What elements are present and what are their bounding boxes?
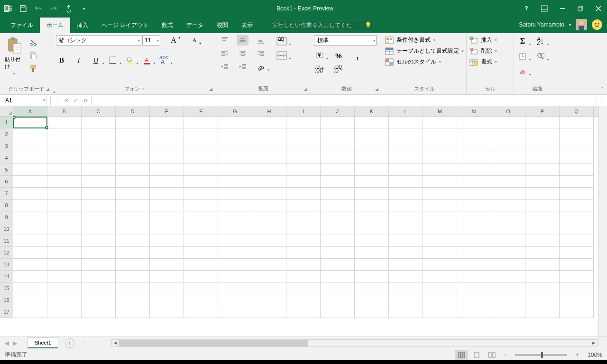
cell[interactable] bbox=[218, 128, 252, 140]
cell[interactable] bbox=[252, 271, 286, 282]
cell[interactable] bbox=[389, 176, 423, 188]
cell[interactable] bbox=[525, 200, 560, 211]
cell[interactable] bbox=[560, 271, 594, 282]
cell[interactable] bbox=[321, 282, 355, 294]
format-cells-button[interactable]: 書式▾ bbox=[469, 58, 497, 66]
cell[interactable] bbox=[355, 200, 389, 211]
row-header[interactable]: 8 bbox=[0, 200, 13, 211]
cell[interactable] bbox=[491, 223, 525, 235]
cell[interactable] bbox=[286, 176, 321, 188]
cell[interactable] bbox=[560, 200, 594, 211]
touch-mode-icon[interactable] bbox=[64, 4, 73, 13]
cell[interactable] bbox=[13, 200, 47, 211]
cell[interactable] bbox=[218, 306, 252, 318]
cell[interactable] bbox=[321, 247, 355, 259]
cell[interactable] bbox=[184, 152, 218, 164]
cell[interactable] bbox=[457, 211, 491, 223]
cell[interactable] bbox=[423, 271, 457, 282]
enter-formula-icon[interactable]: ✓ bbox=[74, 97, 78, 104]
cell[interactable] bbox=[560, 188, 594, 200]
cell[interactable] bbox=[457, 271, 491, 282]
autosum-icon[interactable]: Σ bbox=[517, 36, 528, 46]
cell[interactable] bbox=[218, 176, 252, 188]
cell[interactable] bbox=[150, 211, 184, 223]
cell[interactable] bbox=[82, 164, 116, 176]
cell[interactable] bbox=[13, 117, 47, 128]
cell[interactable] bbox=[286, 188, 321, 200]
conditional-formatting-button[interactable]: 条件付き書式▾ bbox=[385, 36, 464, 44]
tab-file[interactable]: ファイル bbox=[4, 18, 40, 33]
cell[interactable] bbox=[47, 164, 82, 176]
font-color-icon[interactable]: A bbox=[141, 55, 153, 65]
cell[interactable] bbox=[47, 117, 82, 128]
cell[interactable] bbox=[491, 247, 525, 259]
cell[interactable] bbox=[389, 247, 423, 259]
underline-icon[interactable]: U bbox=[90, 55, 101, 65]
cell[interactable] bbox=[150, 117, 184, 128]
cell[interactable] bbox=[355, 211, 389, 223]
find-select-icon[interactable] bbox=[535, 51, 546, 62]
cell[interactable] bbox=[355, 152, 389, 164]
cell[interactable] bbox=[150, 223, 184, 235]
cell[interactable] bbox=[13, 140, 47, 152]
cell[interactable] bbox=[560, 247, 594, 259]
cell[interactable] bbox=[116, 282, 150, 294]
cell[interactable] bbox=[150, 176, 184, 188]
cell[interactable] bbox=[116, 247, 150, 259]
cell[interactable] bbox=[355, 306, 389, 318]
cell[interactable] bbox=[525, 306, 560, 318]
cell[interactable] bbox=[252, 140, 286, 152]
cell[interactable] bbox=[150, 188, 184, 200]
cell[interactable] bbox=[321, 259, 355, 271]
cell[interactable] bbox=[47, 188, 82, 200]
cell[interactable] bbox=[525, 152, 560, 164]
user-dropdown-icon[interactable]: ▾ bbox=[569, 23, 571, 27]
row-header[interactable]: 13 bbox=[0, 259, 13, 271]
align-right-icon[interactable] bbox=[255, 48, 267, 59]
cell[interactable] bbox=[184, 259, 218, 271]
cell[interactable] bbox=[13, 176, 47, 188]
cell[interactable] bbox=[13, 306, 47, 318]
row-header[interactable]: 2 bbox=[0, 128, 13, 140]
cell[interactable] bbox=[184, 282, 218, 294]
column-header[interactable]: P bbox=[525, 106, 560, 116]
cell[interactable] bbox=[525, 294, 560, 306]
cell[interactable] bbox=[47, 294, 82, 306]
cell[interactable] bbox=[491, 282, 525, 294]
cell[interactable] bbox=[355, 188, 389, 200]
cell[interactable] bbox=[389, 271, 423, 282]
cell[interactable] bbox=[525, 235, 560, 247]
sheet-nav-next-icon[interactable]: ▶ bbox=[13, 340, 17, 346]
cell[interactable] bbox=[457, 294, 491, 306]
cell[interactable] bbox=[321, 176, 355, 188]
cell[interactable] bbox=[423, 259, 457, 271]
cell[interactable] bbox=[457, 188, 491, 200]
cell[interactable] bbox=[560, 306, 594, 318]
qat-dropdown-icon[interactable]: ▾ bbox=[80, 4, 88, 13]
cell[interactable] bbox=[47, 140, 82, 152]
cell[interactable] bbox=[82, 188, 116, 200]
cell[interactable] bbox=[321, 211, 355, 223]
cell[interactable] bbox=[491, 117, 525, 128]
cell[interactable] bbox=[252, 247, 286, 259]
cell[interactable] bbox=[116, 235, 150, 247]
cell[interactable] bbox=[218, 282, 252, 294]
cell[interactable] bbox=[82, 282, 116, 294]
cell[interactable] bbox=[423, 128, 457, 140]
cell[interactable] bbox=[184, 235, 218, 247]
cell[interactable] bbox=[560, 128, 594, 140]
format-as-table-button[interactable]: テーブルとして書式設定▾ bbox=[385, 47, 464, 55]
cell[interactable] bbox=[525, 211, 560, 223]
increase-indent-icon[interactable] bbox=[237, 62, 248, 72]
page-break-view-icon[interactable] bbox=[485, 350, 498, 360]
cell[interactable] bbox=[82, 211, 116, 223]
align-bottom-icon[interactable] bbox=[255, 35, 267, 46]
cell[interactable] bbox=[13, 294, 47, 306]
cell[interactable] bbox=[116, 271, 150, 282]
cell[interactable] bbox=[13, 259, 47, 271]
cell[interactable] bbox=[13, 282, 47, 294]
clipboard-dialog-launcher[interactable]: ◢ bbox=[46, 87, 52, 92]
cell[interactable] bbox=[252, 235, 286, 247]
align-center-icon[interactable] bbox=[237, 48, 248, 59]
cell[interactable] bbox=[525, 140, 560, 152]
